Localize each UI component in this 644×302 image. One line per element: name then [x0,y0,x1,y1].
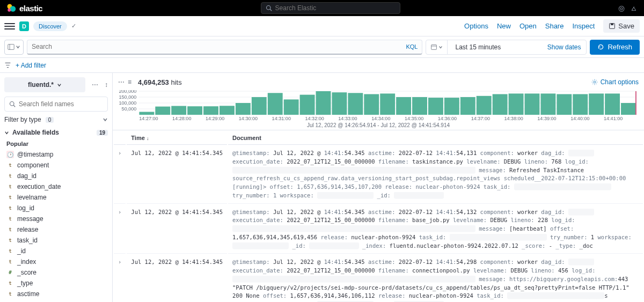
calendar-icon [430,43,437,50]
save-label: Save [618,22,634,30]
date-picker[interactable]: Last 15 minutes Show dates [426,40,587,55]
global-search[interactable] [261,2,400,14]
cell-doc: @timestamp: Jul 12, 2022 @ 14:41:54.345 … [228,146,643,204]
global-search-input[interactable] [275,4,396,12]
cell-doc: @timestamp: Jul 12, 2022 @ 14:41:54.345 … [228,205,643,254]
filter-settings-icon[interactable] [4,62,11,69]
col-time-header[interactable]: Time ↓ [127,131,227,145]
sidebar-toggle[interactable] [4,40,24,55]
svg-rect-47 [540,93,555,115]
svg-rect-51 [605,93,620,115]
layout-icon[interactable]: ≡ [128,78,131,86]
field-item[interactable]: t_index [0,256,112,267]
available-count-badge: 19 [97,130,108,136]
svg-rect-24 [171,106,186,115]
hits-bar: ⋯ ≡ 4,694,253 hits Chart options [113,73,644,88]
field-item[interactable]: tasctime [0,289,112,299]
refresh-button[interactable]: Refresh [590,40,640,55]
svg-text:14:28:00: 14:28:00 [172,116,191,121]
field-type-icon: t [6,258,14,266]
query-input-wrap[interactable]: KQL [27,40,422,55]
link-new[interactable]: New [497,22,511,30]
link-share[interactable]: Share [545,22,564,30]
field-name: _score [17,269,36,276]
expand-row[interactable]: › [114,205,126,254]
cell-doc: @timestamp: Jul 12, 2022 @ 14:41:54.345 … [228,255,643,302]
field-item[interactable]: tlog_id [0,203,112,213]
svg-rect-7 [8,45,14,50]
check-icon: ✓ [71,23,76,30]
svg-rect-43 [477,96,492,115]
field-name: release [17,226,38,233]
date-quick-select[interactable] [426,40,448,54]
field-name: _index [17,258,36,266]
svg-text:14:38:00: 14:38:00 [504,116,523,121]
svg-point-2 [8,9,11,12]
field-item[interactable]: tdag_id [0,171,112,181]
svg-text:14:39:00: 14:39:00 [537,116,556,121]
svg-rect-36 [364,94,379,115]
news-icon[interactable]: 🜂 [630,4,638,12]
field-item[interactable]: 🕑@timestamp [0,149,112,160]
field-item[interactable]: tmessage [0,213,112,224]
filter-by-type[interactable]: Filter by type 0 [4,116,108,123]
nav-toggle[interactable] [4,21,15,32]
link-open[interactable]: Open [519,22,537,30]
field-item[interactable]: tlevelname [0,192,112,203]
field-item[interactable]: tfilename [0,299,112,302]
expand-row[interactable]: › [114,146,126,204]
filter-count-badge: 0 [46,117,54,123]
field-item[interactable]: #_score [0,267,112,278]
svg-rect-30 [268,93,283,115]
field-stats-icon[interactable]: ⋯ [118,78,125,86]
date-range-text[interactable]: Last 15 minutes [448,43,541,51]
field-type-icon: t [6,204,14,212]
svg-rect-37 [380,93,395,115]
field-type-icon: t [6,237,14,244]
field-item[interactable]: t_type [0,278,112,289]
add-filter-link[interactable]: + Add filter [16,62,46,69]
link-inspect[interactable]: Inspect [572,22,595,30]
doc-table-wrap[interactable]: Time ↓ Document › Jul 12, 2022 @ 14:41:5… [113,130,644,302]
field-item[interactable]: tcomponent [0,160,112,171]
field-item[interactable]: ttask_id [0,235,112,246]
field-search-input[interactable] [19,100,103,108]
search-icon [9,101,16,107]
show-dates-link[interactable]: Show dates [542,43,587,51]
index-pattern-selector[interactable]: fluentd.* [4,77,85,92]
link-options[interactable]: Options [464,22,488,30]
field-item[interactable]: t_id [0,246,112,256]
help-icon[interactable]: ◎ [618,4,625,12]
save-button[interactable]: Save [603,19,640,33]
available-fields-header[interactable]: Available fields 19 [4,127,108,138]
sidebar-sort-icon[interactable]: ↕ [105,81,112,89]
field-item[interactable]: texecution_date [0,181,112,192]
query-bar: KQL Last 15 minutes Show dates Refresh [0,36,644,58]
field-name: message [17,215,43,223]
sidebar-more-icon[interactable]: ⋯ [92,81,103,89]
svg-rect-48 [557,94,572,115]
field-type-icon: t [6,279,14,287]
expand-row[interactable]: › [114,255,126,302]
svg-rect-52 [621,103,636,115]
query-lang[interactable]: KQL [406,43,418,50]
cell-time: Jul 12, 2022 @ 14:41:54.345 [127,146,227,204]
svg-rect-9 [431,45,437,49]
svg-line-12 [13,105,15,107]
svg-point-1 [10,6,16,12]
space-avatar[interactable]: D [19,21,29,31]
svg-rect-38 [396,97,411,115]
svg-rect-6 [611,24,613,25]
query-input[interactable] [32,43,406,50]
chart-options[interactable]: Chart options [591,78,639,86]
field-search[interactable] [4,97,108,112]
field-item[interactable]: trelease [0,224,112,235]
logo[interactable]: elastic [6,3,42,13]
gear-icon [591,79,598,85]
col-doc-header[interactable]: Document [228,131,643,145]
elastic-logo-icon [6,3,16,13]
app-mode-badge[interactable]: Discover [33,21,67,31]
svg-rect-35 [348,93,363,115]
histogram[interactable]: 50,000100,000150,000200,00014:27:0014:28… [113,88,644,130]
histogram-range-label: Jul 12, 2022 @ 14:26:54.914 - Jul 12, 20… [118,121,639,129]
